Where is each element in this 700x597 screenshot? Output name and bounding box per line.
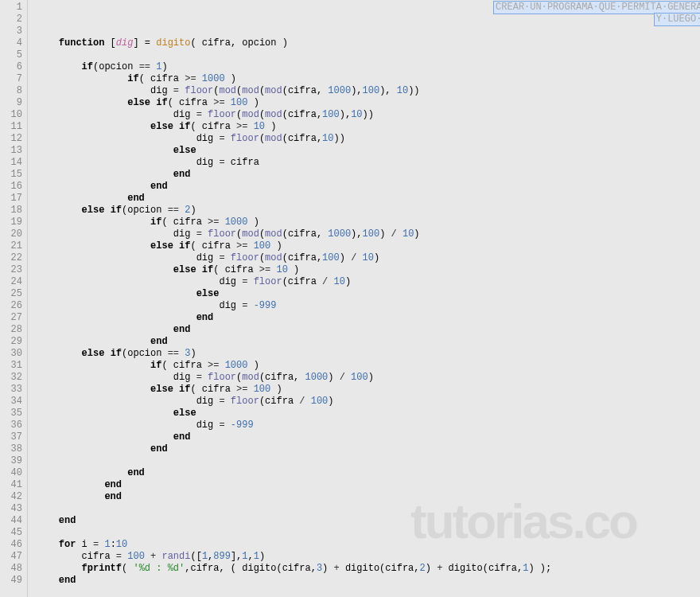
line-number: 47 bbox=[3, 551, 22, 563]
code-line[interactable]: end bbox=[36, 515, 700, 527]
line-number: 46 bbox=[3, 539, 22, 551]
code-line[interactable]: end bbox=[36, 324, 700, 336]
line-number: 34 bbox=[3, 396, 22, 408]
code-line[interactable]: end bbox=[36, 336, 700, 348]
code-area[interactable]: CREAR·UN·PROGRAMA·QUE·PERMITA·GENERAR·AL… bbox=[28, 0, 700, 597]
code-editor[interactable]: 1234567891011121314151617181920212223242… bbox=[0, 0, 700, 597]
code-line[interactable]: dig = floor(mod(mod(cifra,100),10)) bbox=[36, 109, 700, 121]
code-line[interactable]: else if(opcion == 2) bbox=[36, 205, 700, 217]
line-number: 37 bbox=[3, 431, 22, 443]
line-number: 33 bbox=[3, 384, 22, 396]
line-number: 8 bbox=[3, 85, 22, 97]
code-line[interactable]: end bbox=[36, 193, 700, 205]
code-line[interactable]: cifra = 100 + randi([1,899],1,1) bbox=[36, 551, 700, 563]
line-number: 10 bbox=[3, 109, 22, 121]
code-line[interactable] bbox=[36, 455, 700, 467]
line-number: 16 bbox=[3, 181, 22, 193]
code-line[interactable]: end bbox=[36, 169, 700, 181]
code-line[interactable] bbox=[36, 503, 700, 515]
code-line[interactable]: end bbox=[36, 467, 700, 479]
line-number: 36 bbox=[3, 419, 22, 431]
line-number: 25 bbox=[3, 288, 22, 300]
line-number: 39 bbox=[3, 455, 22, 467]
code-line[interactable]: end bbox=[36, 575, 700, 587]
selection-highlight: Y·LUEGO·MOSTRAR·LA·SUMA·DE·LOS·DIGITOS·D… bbox=[655, 14, 700, 25]
line-number: 24 bbox=[3, 276, 22, 288]
line-number: 19 bbox=[3, 217, 22, 228]
line-number: 30 bbox=[3, 348, 22, 360]
code-line[interactable]: else if( cifra >= 100 ) bbox=[36, 97, 700, 109]
line-number: 21 bbox=[3, 240, 22, 252]
line-number: 11 bbox=[3, 121, 22, 133]
code-line[interactable]: end bbox=[36, 479, 700, 491]
line-number: 15 bbox=[3, 169, 22, 181]
code-line[interactable]: end bbox=[36, 491, 700, 503]
code-line[interactable]: dig = floor(cifra / 100) bbox=[36, 396, 700, 408]
line-number: 14 bbox=[3, 157, 22, 169]
code-line[interactable]: dig = cifra bbox=[36, 157, 700, 169]
code-line[interactable]: dig = floor(mod(cifra,100) / 10) bbox=[36, 252, 700, 264]
selection-highlight: CREAR·UN·PROGRAMA·QUE·PERMITA·GENERAR·AL… bbox=[494, 2, 700, 14]
line-number: 3 bbox=[3, 25, 22, 37]
line-number: 18 bbox=[3, 205, 22, 217]
line-number: 4 bbox=[3, 37, 22, 49]
line-number: 32 bbox=[3, 372, 22, 384]
line-number: 13 bbox=[3, 145, 22, 157]
code-line[interactable]: else if( cifra >= 100 ) bbox=[36, 240, 700, 252]
code-line[interactable]: dig = -999 bbox=[36, 419, 700, 431]
line-number: 23 bbox=[3, 264, 22, 276]
code-line[interactable]: else bbox=[36, 288, 700, 300]
code-line[interactable]: if(opcion == 1) bbox=[36, 61, 700, 73]
code-line[interactable]: else if(opcion == 3) bbox=[36, 348, 700, 360]
code-line[interactable]: if( cifra >= 1000 ) bbox=[36, 73, 700, 85]
code-line[interactable]: end bbox=[36, 443, 700, 455]
code-line[interactable]: dig = floor(mod(mod(mod(cifra, 1000),100… bbox=[36, 85, 700, 97]
line-number: 45 bbox=[3, 527, 22, 539]
line-number: 2 bbox=[3, 14, 22, 25]
line-number: 6 bbox=[3, 61, 22, 73]
line-number: 9 bbox=[3, 97, 22, 109]
line-number: 31 bbox=[3, 360, 22, 372]
code-line[interactable]: if( cifra >= 1000 ) bbox=[36, 360, 700, 372]
line-number: 12 bbox=[3, 133, 22, 145]
code-line[interactable]: dig = floor(mod(cifra, 1000) / 100) bbox=[36, 372, 700, 384]
code-line[interactable]: else if( cifra >= 10 ) bbox=[36, 121, 700, 133]
code-line[interactable] bbox=[36, 527, 700, 539]
line-number: 20 bbox=[3, 228, 22, 240]
line-number: 49 bbox=[3, 575, 22, 587]
code-line[interactable]: Y·LUEGO·MOSTRAR·LA·SUMA·DE·LOS·DIGITOS·D… bbox=[36, 14, 700, 25]
line-number: 1 bbox=[3, 2, 22, 14]
line-number: 5 bbox=[3, 49, 22, 61]
code-line[interactable]: dig = floor(mod(mod(cifra, 1000),100) / … bbox=[36, 228, 700, 240]
line-number: 38 bbox=[3, 443, 22, 455]
line-number: 26 bbox=[3, 300, 22, 312]
line-number: 35 bbox=[3, 408, 22, 419]
code-line[interactable]: end bbox=[36, 181, 700, 193]
code-line[interactable]: function [dig] = digito( cifra, opcion ) bbox=[36, 37, 700, 49]
code-line[interactable]: if( cifra >= 1000 ) bbox=[36, 217, 700, 228]
code-line[interactable]: dig = floor(cifra / 10) bbox=[36, 276, 700, 288]
line-number: 22 bbox=[3, 252, 22, 264]
line-number: 29 bbox=[3, 336, 22, 348]
code-line[interactable]: else if( cifra >= 100 ) bbox=[36, 384, 700, 396]
line-number: 28 bbox=[3, 324, 22, 336]
line-number: 44 bbox=[3, 515, 22, 527]
line-number: 48 bbox=[3, 563, 22, 575]
code-line[interactable]: CREAR·UN·PROGRAMA·QUE·PERMITA·GENERAR·AL… bbox=[36, 2, 700, 14]
line-number-gutter: 1234567891011121314151617181920212223242… bbox=[0, 0, 28, 597]
code-line[interactable]: end bbox=[36, 431, 700, 443]
line-number: 41 bbox=[3, 479, 22, 491]
line-number: 7 bbox=[3, 73, 22, 85]
code-line[interactable]: for i = 1:10 bbox=[36, 539, 700, 551]
code-line[interactable] bbox=[36, 49, 700, 61]
code-line[interactable]: dig = -999 bbox=[36, 300, 700, 312]
code-line[interactable] bbox=[36, 25, 700, 37]
code-line[interactable]: else bbox=[36, 408, 700, 419]
code-line[interactable]: end bbox=[36, 312, 700, 324]
code-line[interactable]: else if( cifra >= 10 ) bbox=[36, 264, 700, 276]
code-line[interactable]: dig = floor(mod(cifra,10)) bbox=[36, 133, 700, 145]
code-line[interactable]: fprintf( '%d : %d',cifra, ( digito(cifra… bbox=[36, 563, 700, 575]
code-line[interactable]: else bbox=[36, 145, 700, 157]
line-number: 27 bbox=[3, 312, 22, 324]
line-number: 40 bbox=[3, 467, 22, 479]
